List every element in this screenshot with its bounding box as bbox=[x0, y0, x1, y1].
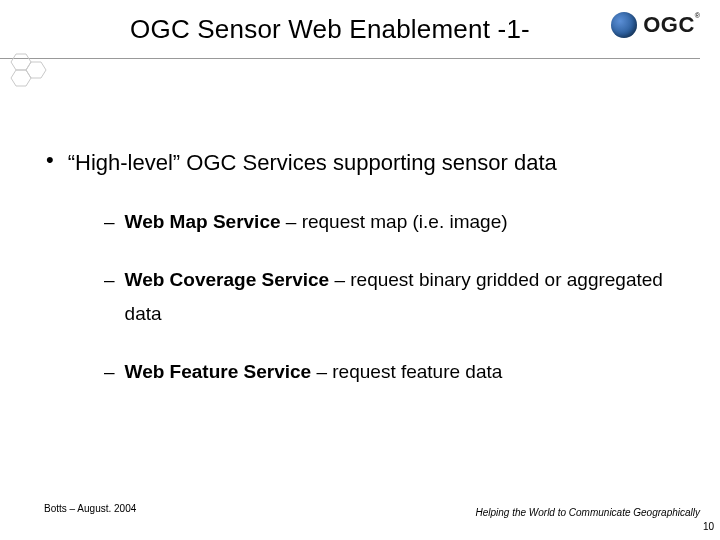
dash-marker: – bbox=[104, 355, 115, 389]
bullet-text: “High-level” OGC Services supporting sen… bbox=[68, 149, 557, 177]
dash-marker: – bbox=[104, 205, 115, 239]
bullet-main: • “High-level” OGC Services supporting s… bbox=[46, 149, 680, 177]
logo-registered: ® bbox=[695, 12, 700, 19]
header-divider bbox=[0, 58, 700, 59]
sub-item-rest: – request map (i.e. image) bbox=[281, 211, 508, 232]
sub-item-bold: Web Feature Service bbox=[125, 361, 312, 382]
sub-item-bold: Web Map Service bbox=[125, 211, 281, 232]
sublist: – Web Map Service – request map (i.e. im… bbox=[104, 205, 680, 390]
ogc-logo: OGC® bbox=[611, 12, 700, 38]
logo-text-wrap: OGC® bbox=[643, 12, 700, 38]
bullet-marker: • bbox=[46, 149, 54, 171]
sub-item-bold: Web Coverage Service bbox=[125, 269, 330, 290]
list-item: – Web Feature Service – request feature … bbox=[104, 355, 680, 389]
header: OGC Sensor Web Enablement -1- OGC® bbox=[0, 0, 720, 45]
globe-icon bbox=[611, 12, 637, 38]
slide-body: • “High-level” OGC Services supporting s… bbox=[0, 45, 720, 389]
sub-item-text: Web Feature Service – request feature da… bbox=[125, 355, 503, 389]
list-item: – Web Coverage Service – request binary … bbox=[104, 263, 680, 331]
svg-marker-2 bbox=[11, 70, 31, 86]
sub-item-text: Web Map Service – request map (i.e. imag… bbox=[125, 205, 508, 239]
slide: OGC Sensor Web Enablement -1- OGC® • “Hi… bbox=[0, 0, 720, 540]
footer-right: Helping the World to Communicate Geograp… bbox=[475, 507, 700, 518]
page-number: 10 bbox=[703, 521, 714, 532]
list-item: – Web Map Service – request map (i.e. im… bbox=[104, 205, 680, 239]
dash-marker: – bbox=[104, 263, 115, 297]
sub-item-text: Web Coverage Service – request binary gr… bbox=[125, 263, 680, 331]
hexagon-decor-icon bbox=[0, 48, 70, 88]
sub-item-rest: – request feature data bbox=[311, 361, 502, 382]
footer-left: Botts – August. 2004 bbox=[44, 503, 136, 514]
logo-text: OGC bbox=[643, 12, 695, 37]
